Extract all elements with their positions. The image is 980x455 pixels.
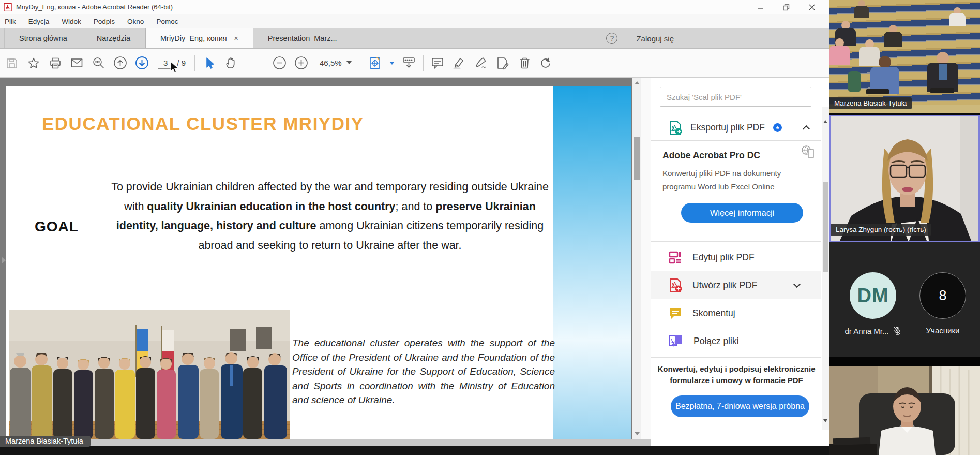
video-tile-hall[interactable]: Marzena Błasiak-Tytuła bbox=[829, 0, 980, 113]
speaker-portrait bbox=[831, 116, 978, 241]
toolbar-separator bbox=[423, 55, 424, 71]
previous-page-icon[interactable] bbox=[113, 55, 128, 70]
participants-tile[interactable]: DM 8 dr Anna Mr... Учасники bbox=[829, 242, 980, 357]
participants-count-badge: 8 bbox=[919, 272, 966, 319]
create-pdf-icon bbox=[669, 278, 682, 292]
document-globe-icon bbox=[801, 145, 816, 158]
tab-bar: Strona główna Narzędzia MriyDiy_Eng, коп… bbox=[0, 28, 829, 49]
tab-home[interactable]: Strona główna bbox=[4, 28, 82, 48]
zoom-out-icon[interactable] bbox=[272, 55, 287, 70]
laptop bbox=[866, 89, 889, 94]
microphone-muted-icon bbox=[893, 326, 901, 335]
scroll-up-icon[interactable] bbox=[823, 120, 827, 123]
menu-plik[interactable]: Plik bbox=[5, 18, 16, 25]
star-icon[interactable] bbox=[26, 55, 41, 70]
window-title: MriyDiy_Eng, копия - Adobe Acrobat Reade… bbox=[16, 3, 173, 11]
search-icon[interactable] bbox=[91, 55, 106, 70]
menu-okno[interactable]: Okno bbox=[127, 18, 144, 25]
tab-tools[interactable]: Narzędzia bbox=[82, 28, 145, 48]
tool-edit-pdf[interactable]: Edytuj plik PDF bbox=[651, 243, 821, 271]
print-icon[interactable] bbox=[48, 55, 63, 70]
slide-blue-band bbox=[553, 86, 631, 439]
tool-label: Utwórz plik PDF bbox=[692, 280, 757, 291]
fit-page-chevron-icon[interactable] bbox=[389, 62, 395, 65]
support-paragraph: The educational cluster operates with th… bbox=[292, 336, 555, 407]
export-pdf-row[interactable]: Eksportuj plik PDF ★ bbox=[651, 115, 821, 141]
scroll-thumb[interactable] bbox=[634, 137, 640, 180]
tab-document-other[interactable]: Presentation_Marz... bbox=[253, 28, 352, 48]
edit-pdf-icon bbox=[669, 251, 682, 264]
zoom-level-value: 46,5% bbox=[320, 58, 342, 67]
scroll-down-icon[interactable] bbox=[635, 432, 640, 435]
menu-widok[interactable]: Widok bbox=[62, 18, 81, 25]
minimize-button[interactable] bbox=[747, 0, 773, 14]
stamp-edit-icon[interactable] bbox=[495, 55, 510, 70]
tool-label: Połącz pliki bbox=[693, 336, 739, 347]
acrobat-window: MriyDiy_Eng, копия - Adobe Acrobat Reade… bbox=[0, 0, 829, 455]
zoom-level-dropdown[interactable]: 46,5% bbox=[318, 57, 354, 69]
rotate-refresh-icon[interactable] bbox=[539, 55, 554, 70]
tool-comment[interactable]: Skomentuj bbox=[651, 299, 821, 327]
scroll-thumb[interactable] bbox=[823, 182, 828, 272]
sign-pen-icon[interactable] bbox=[474, 55, 489, 70]
hand-tool-icon[interactable] bbox=[223, 55, 238, 70]
tools-search-input[interactable] bbox=[660, 87, 811, 107]
promo-description: Konwertuj pliki PDF na dokumenty program… bbox=[662, 167, 797, 194]
meeting-panel: Marzena Błasiak-Tytuła Larysa Zhygun (го… bbox=[829, 0, 980, 455]
sidebar-footer-text: Konwertuj, edytuj i podpisuj elektronicz… bbox=[656, 363, 817, 386]
sidebar-scrollbar[interactable] bbox=[822, 107, 829, 430]
free-trial-button[interactable]: Bezpłatna, 7-dniowa wersja próbna bbox=[671, 395, 809, 417]
select-tool-icon[interactable] bbox=[202, 55, 217, 70]
green-bag bbox=[848, 71, 861, 92]
horizontal-scroll-strip[interactable] bbox=[0, 439, 651, 446]
tool-label: Skomentuj bbox=[692, 308, 735, 319]
close-button[interactable] bbox=[799, 0, 825, 14]
chevron-down-icon[interactable] bbox=[793, 281, 801, 288]
laptop bbox=[930, 88, 954, 93]
pdf-scrollbar[interactable] bbox=[632, 78, 641, 439]
participant-name: dr Anna Mr... bbox=[845, 327, 888, 335]
save-icon[interactable] bbox=[4, 55, 19, 70]
help-icon[interactable]: ? bbox=[606, 33, 617, 44]
next-page-icon[interactable] bbox=[134, 55, 149, 70]
avatar: DM bbox=[850, 272, 896, 319]
chevron-down-icon bbox=[346, 61, 352, 64]
tab-close-icon[interactable]: × bbox=[234, 34, 238, 42]
highlighter-icon[interactable] bbox=[452, 55, 467, 70]
tool-combine-files[interactable]: Połącz pliki bbox=[651, 327, 821, 355]
combine-files-icon bbox=[669, 334, 683, 348]
tool-label: Edytuj plik PDF bbox=[692, 252, 755, 263]
more-info-button[interactable]: Więcej informacji bbox=[681, 203, 803, 223]
zoom-in-icon[interactable] bbox=[294, 55, 309, 70]
premium-star-icon: ★ bbox=[773, 123, 782, 132]
menu-pomoc[interactable]: Pomoc bbox=[156, 18, 178, 25]
chevron-up-icon[interactable] bbox=[803, 125, 810, 132]
man-portrait bbox=[829, 366, 980, 455]
video-tile-man[interactable] bbox=[829, 357, 980, 455]
video-tile-active-speaker[interactable]: Larysa Zhygun (гость) (гість) bbox=[829, 115, 980, 242]
previous-view-chevron-icon[interactable] bbox=[2, 257, 6, 264]
scroll-up-icon[interactable] bbox=[635, 81, 640, 84]
divider bbox=[651, 357, 821, 358]
email-icon[interactable] bbox=[69, 55, 84, 70]
tools-sidebar: Eksportuj plik PDF ★ Adobe Acrobat Pro D… bbox=[651, 78, 829, 446]
delete-page-icon[interactable] bbox=[517, 55, 532, 70]
sign-in-link[interactable]: Zaloguj się bbox=[636, 34, 674, 43]
acrobat-app-icon bbox=[4, 3, 12, 11]
main-toolbar: 3 / 9 46,5% bbox=[0, 49, 829, 78]
restore-button[interactable] bbox=[773, 0, 799, 14]
tool-create-pdf[interactable]: Utwórz plik PDF bbox=[651, 271, 821, 299]
group-photo bbox=[9, 310, 290, 439]
divider bbox=[651, 241, 821, 242]
tab-document-active[interactable]: MriyDiy_Eng, копия × bbox=[145, 28, 253, 48]
menu-podpis[interactable]: Podpis bbox=[94, 18, 115, 25]
screen-share-presenter-label: Marzena Błasiak-Tytuła bbox=[0, 436, 91, 447]
panel-gutter bbox=[641, 78, 651, 439]
menu-bar: Plik Edycja Widok Podpis Okno Pomoc bbox=[0, 14, 829, 28]
scroll-down-icon[interactable] bbox=[823, 419, 827, 422]
fit-page-icon[interactable] bbox=[368, 55, 383, 70]
toolbar-mode-icon[interactable] bbox=[401, 55, 416, 70]
menu-edycja[interactable]: Edycja bbox=[28, 18, 50, 25]
comment-icon[interactable] bbox=[430, 55, 445, 70]
pdf-page[interactable]: EDUCATIONAL CLUSTER MRIYDIY GOAL To prov… bbox=[6, 86, 631, 439]
